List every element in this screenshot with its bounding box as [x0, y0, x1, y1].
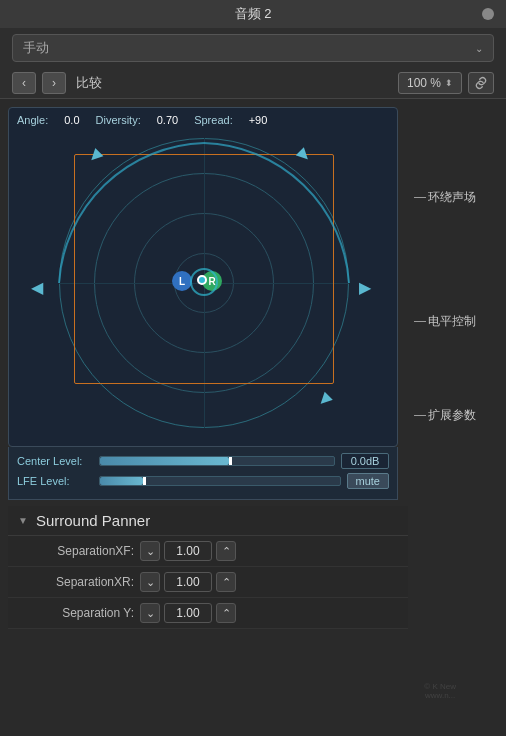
percent-stepper-icon: ⬍: [445, 78, 453, 88]
main-content: Angle: 0.0 Diversity: 0.70 Spread: +90: [0, 99, 506, 629]
panner-header: ▼ Surround Panner: [8, 506, 408, 536]
param-label-1: SeparationXR:: [24, 575, 134, 589]
compare-label: 比较: [76, 74, 102, 92]
spread-label: Spread:: [194, 114, 233, 126]
plugin-panel: Angle: 0.0 Diversity: 0.70 Spread: +90: [8, 107, 408, 629]
param-stepper-1: ⌄ 1.00 ⌃: [140, 572, 236, 592]
window-title: 音频 2: [235, 5, 272, 23]
zoom-percent[interactable]: 100 % ⬍: [398, 72, 462, 94]
preset-value: 手动: [23, 39, 49, 57]
nav-row: ‹ › 比较 100 % ⬍: [0, 68, 506, 99]
param-value-2: 1.00: [164, 603, 212, 623]
preset-dropdown[interactable]: 手动 ⌄: [12, 34, 494, 62]
center-slider-fill: [100, 457, 229, 465]
link-button[interactable]: [468, 72, 494, 94]
panner-section: ▼ Surround Panner SeparationXF: ⌄ 1.00 ⌃…: [8, 506, 408, 629]
param-value-1: 1.00: [164, 572, 212, 592]
spread-value: +90: [249, 114, 268, 126]
center-slider-handle: [229, 457, 232, 465]
center-level-label: Center Level:: [17, 455, 93, 467]
level-controls: Center Level: 0.0dB LFE Level: mute: [8, 447, 398, 500]
param-row-2: Separation Y: ⌄ 1.00 ⌃: [8, 598, 408, 629]
diversity-label: Diversity:: [96, 114, 141, 126]
param-down-0[interactable]: ⌄: [140, 541, 160, 561]
param-up-1[interactable]: ⌃: [216, 572, 236, 592]
center-level-row: Center Level: 0.0dB: [17, 453, 389, 469]
param-down-1[interactable]: ⌄: [140, 572, 160, 592]
percent-value: 100 %: [407, 76, 441, 90]
level-control-label: 电平控制: [414, 313, 476, 330]
lfe-level-row: LFE Level: mute: [17, 473, 389, 489]
lfe-slider-handle: [143, 477, 146, 485]
right-labels: 环绕声场 电平控制 扩展参数: [408, 107, 476, 629]
center-ring: [190, 268, 218, 296]
angle-label: Angle:: [17, 114, 48, 126]
param-value-0: 1.00: [164, 541, 212, 561]
lfe-slider-fill: [100, 477, 143, 485]
surround-info-bar: Angle: 0.0 Diversity: 0.70 Spread: +90: [17, 114, 267, 126]
l-label: L: [179, 276, 185, 287]
diversity-value: 0.70: [157, 114, 178, 126]
l-node[interactable]: L: [172, 271, 192, 291]
expand-param-label: 扩展参数: [414, 407, 476, 424]
dropdown-row: 手动 ⌄: [0, 28, 506, 68]
watermark: © K New www.n...: [424, 682, 456, 700]
panner-title: Surround Panner: [36, 512, 150, 529]
surround-visualization[interactable]: Angle: 0.0 Diversity: 0.70 Spread: +90: [8, 107, 398, 447]
param-stepper-0: ⌄ 1.00 ⌃: [140, 541, 236, 561]
param-row-1: SeparationXR: ⌄ 1.00 ⌃: [8, 567, 408, 598]
lfe-level-slider[interactable]: [99, 476, 341, 486]
center-level-slider[interactable]: [99, 456, 335, 466]
surround-field-label: 环绕声场: [414, 189, 476, 206]
collapse-triangle-icon[interactable]: ▼: [18, 515, 28, 526]
watermark-text: © K New www.n...: [424, 682, 456, 700]
dropdown-arrow-icon: ⌄: [475, 43, 483, 54]
center-level-value: 0.0dB: [341, 453, 389, 469]
next-button[interactable]: ›: [42, 72, 66, 94]
mute-button[interactable]: mute: [347, 473, 389, 489]
title-bar: 音频 2: [0, 0, 506, 28]
prev-button[interactable]: ‹: [12, 72, 36, 94]
param-up-2[interactable]: ⌃: [216, 603, 236, 623]
param-stepper-2: ⌄ 1.00 ⌃: [140, 603, 236, 623]
param-label-2: Separation Y:: [24, 606, 134, 620]
angle-value: 0.0: [64, 114, 79, 126]
param-row-0: SeparationXF: ⌄ 1.00 ⌃: [8, 536, 408, 567]
param-up-0[interactable]: ⌃: [216, 541, 236, 561]
lfe-level-label: LFE Level:: [17, 475, 93, 487]
window-dot: [482, 8, 494, 20]
param-label-0: SeparationXF:: [24, 544, 134, 558]
param-down-2[interactable]: ⌄: [140, 603, 160, 623]
link-icon: [474, 76, 488, 90]
